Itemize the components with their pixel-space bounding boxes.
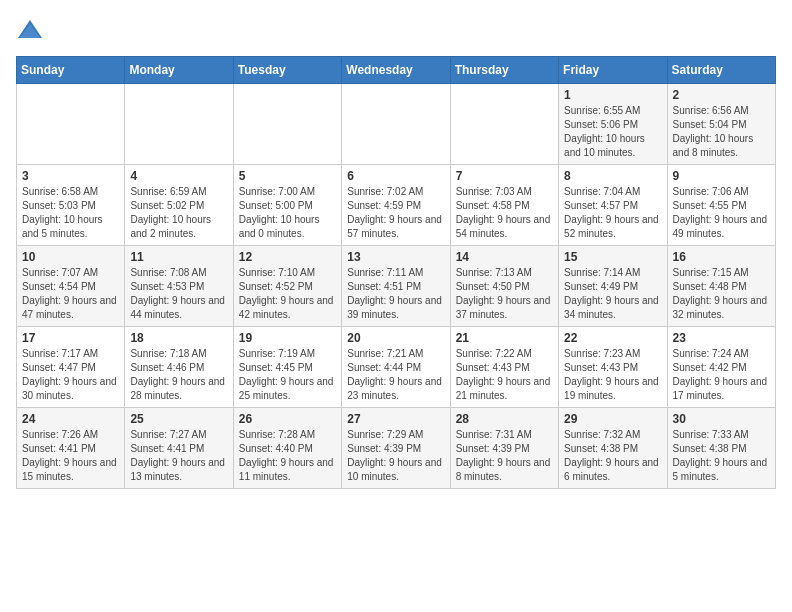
day-number: 10 bbox=[22, 250, 119, 264]
day-info: Sunrise: 7:03 AM Sunset: 4:58 PM Dayligh… bbox=[456, 186, 551, 239]
day-header: Monday bbox=[125, 57, 233, 84]
day-header: Thursday bbox=[450, 57, 558, 84]
day-number: 2 bbox=[673, 88, 770, 102]
calendar-cell: 9Sunrise: 7:06 AM Sunset: 4:55 PM Daylig… bbox=[667, 165, 775, 246]
day-header: Saturday bbox=[667, 57, 775, 84]
day-info: Sunrise: 7:27 AM Sunset: 4:41 PM Dayligh… bbox=[130, 429, 225, 482]
day-number: 25 bbox=[130, 412, 227, 426]
calendar-cell: 7Sunrise: 7:03 AM Sunset: 4:58 PM Daylig… bbox=[450, 165, 558, 246]
calendar-cell: 13Sunrise: 7:11 AM Sunset: 4:51 PM Dayli… bbox=[342, 246, 450, 327]
day-info: Sunrise: 7:15 AM Sunset: 4:48 PM Dayligh… bbox=[673, 267, 768, 320]
day-number: 16 bbox=[673, 250, 770, 264]
calendar-cell: 6Sunrise: 7:02 AM Sunset: 4:59 PM Daylig… bbox=[342, 165, 450, 246]
day-info: Sunrise: 7:28 AM Sunset: 4:40 PM Dayligh… bbox=[239, 429, 334, 482]
day-info: Sunrise: 7:04 AM Sunset: 4:57 PM Dayligh… bbox=[564, 186, 659, 239]
day-info: Sunrise: 7:10 AM Sunset: 4:52 PM Dayligh… bbox=[239, 267, 334, 320]
day-header: Wednesday bbox=[342, 57, 450, 84]
calendar-cell bbox=[342, 84, 450, 165]
day-info: Sunrise: 7:22 AM Sunset: 4:43 PM Dayligh… bbox=[456, 348, 551, 401]
day-number: 4 bbox=[130, 169, 227, 183]
day-number: 17 bbox=[22, 331, 119, 345]
calendar-cell: 17Sunrise: 7:17 AM Sunset: 4:47 PM Dayli… bbox=[17, 327, 125, 408]
day-info: Sunrise: 7:24 AM Sunset: 4:42 PM Dayligh… bbox=[673, 348, 768, 401]
day-info: Sunrise: 7:33 AM Sunset: 4:38 PM Dayligh… bbox=[673, 429, 768, 482]
calendar-cell: 19Sunrise: 7:19 AM Sunset: 4:45 PM Dayli… bbox=[233, 327, 341, 408]
day-number: 22 bbox=[564, 331, 661, 345]
calendar-week-row: 10Sunrise: 7:07 AM Sunset: 4:54 PM Dayli… bbox=[17, 246, 776, 327]
calendar-cell: 14Sunrise: 7:13 AM Sunset: 4:50 PM Dayli… bbox=[450, 246, 558, 327]
day-info: Sunrise: 7:08 AM Sunset: 4:53 PM Dayligh… bbox=[130, 267, 225, 320]
day-number: 9 bbox=[673, 169, 770, 183]
day-info: Sunrise: 6:58 AM Sunset: 5:03 PM Dayligh… bbox=[22, 186, 103, 239]
calendar-table: SundayMondayTuesdayWednesdayThursdayFrid… bbox=[16, 56, 776, 489]
calendar-cell: 21Sunrise: 7:22 AM Sunset: 4:43 PM Dayli… bbox=[450, 327, 558, 408]
day-number: 8 bbox=[564, 169, 661, 183]
calendar-cell: 11Sunrise: 7:08 AM Sunset: 4:53 PM Dayli… bbox=[125, 246, 233, 327]
calendar-cell: 25Sunrise: 7:27 AM Sunset: 4:41 PM Dayli… bbox=[125, 408, 233, 489]
day-number: 20 bbox=[347, 331, 444, 345]
calendar-cell: 1Sunrise: 6:55 AM Sunset: 5:06 PM Daylig… bbox=[559, 84, 667, 165]
day-header: Tuesday bbox=[233, 57, 341, 84]
calendar-cell: 28Sunrise: 7:31 AM Sunset: 4:39 PM Dayli… bbox=[450, 408, 558, 489]
day-info: Sunrise: 7:23 AM Sunset: 4:43 PM Dayligh… bbox=[564, 348, 659, 401]
day-number: 29 bbox=[564, 412, 661, 426]
day-number: 14 bbox=[456, 250, 553, 264]
day-number: 13 bbox=[347, 250, 444, 264]
day-info: Sunrise: 7:18 AM Sunset: 4:46 PM Dayligh… bbox=[130, 348, 225, 401]
day-info: Sunrise: 7:17 AM Sunset: 4:47 PM Dayligh… bbox=[22, 348, 117, 401]
calendar-cell: 8Sunrise: 7:04 AM Sunset: 4:57 PM Daylig… bbox=[559, 165, 667, 246]
calendar-cell bbox=[450, 84, 558, 165]
calendar-week-row: 17Sunrise: 7:17 AM Sunset: 4:47 PM Dayli… bbox=[17, 327, 776, 408]
calendar-cell: 29Sunrise: 7:32 AM Sunset: 4:38 PM Dayli… bbox=[559, 408, 667, 489]
day-info: Sunrise: 7:26 AM Sunset: 4:41 PM Dayligh… bbox=[22, 429, 117, 482]
day-info: Sunrise: 6:59 AM Sunset: 5:02 PM Dayligh… bbox=[130, 186, 211, 239]
day-header: Friday bbox=[559, 57, 667, 84]
day-info: Sunrise: 7:32 AM Sunset: 4:38 PM Dayligh… bbox=[564, 429, 659, 482]
calendar-cell: 5Sunrise: 7:00 AM Sunset: 5:00 PM Daylig… bbox=[233, 165, 341, 246]
day-number: 12 bbox=[239, 250, 336, 264]
calendar-cell: 3Sunrise: 6:58 AM Sunset: 5:03 PM Daylig… bbox=[17, 165, 125, 246]
day-number: 18 bbox=[130, 331, 227, 345]
logo-icon bbox=[16, 16, 44, 44]
calendar-week-row: 1Sunrise: 6:55 AM Sunset: 5:06 PM Daylig… bbox=[17, 84, 776, 165]
calendar-cell: 20Sunrise: 7:21 AM Sunset: 4:44 PM Dayli… bbox=[342, 327, 450, 408]
day-info: Sunrise: 7:02 AM Sunset: 4:59 PM Dayligh… bbox=[347, 186, 442, 239]
calendar-cell: 12Sunrise: 7:10 AM Sunset: 4:52 PM Dayli… bbox=[233, 246, 341, 327]
day-number: 15 bbox=[564, 250, 661, 264]
calendar-cell: 16Sunrise: 7:15 AM Sunset: 4:48 PM Dayli… bbox=[667, 246, 775, 327]
calendar-cell: 18Sunrise: 7:18 AM Sunset: 4:46 PM Dayli… bbox=[125, 327, 233, 408]
calendar-cell bbox=[17, 84, 125, 165]
calendar-cell: 10Sunrise: 7:07 AM Sunset: 4:54 PM Dayli… bbox=[17, 246, 125, 327]
day-number: 26 bbox=[239, 412, 336, 426]
day-number: 3 bbox=[22, 169, 119, 183]
day-info: Sunrise: 7:21 AM Sunset: 4:44 PM Dayligh… bbox=[347, 348, 442, 401]
calendar-week-row: 3Sunrise: 6:58 AM Sunset: 5:03 PM Daylig… bbox=[17, 165, 776, 246]
calendar-cell: 15Sunrise: 7:14 AM Sunset: 4:49 PM Dayli… bbox=[559, 246, 667, 327]
calendar-body: 1Sunrise: 6:55 AM Sunset: 5:06 PM Daylig… bbox=[17, 84, 776, 489]
calendar-header-row: SundayMondayTuesdayWednesdayThursdayFrid… bbox=[17, 57, 776, 84]
calendar-cell: 4Sunrise: 6:59 AM Sunset: 5:02 PM Daylig… bbox=[125, 165, 233, 246]
day-info: Sunrise: 7:19 AM Sunset: 4:45 PM Dayligh… bbox=[239, 348, 334, 401]
day-number: 5 bbox=[239, 169, 336, 183]
day-info: Sunrise: 7:29 AM Sunset: 4:39 PM Dayligh… bbox=[347, 429, 442, 482]
day-number: 30 bbox=[673, 412, 770, 426]
day-info: Sunrise: 7:13 AM Sunset: 4:50 PM Dayligh… bbox=[456, 267, 551, 320]
calendar-week-row: 24Sunrise: 7:26 AM Sunset: 4:41 PM Dayli… bbox=[17, 408, 776, 489]
logo bbox=[16, 16, 48, 44]
day-number: 7 bbox=[456, 169, 553, 183]
day-info: Sunrise: 7:00 AM Sunset: 5:00 PM Dayligh… bbox=[239, 186, 320, 239]
day-number: 28 bbox=[456, 412, 553, 426]
day-info: Sunrise: 7:31 AM Sunset: 4:39 PM Dayligh… bbox=[456, 429, 551, 482]
day-header: Sunday bbox=[17, 57, 125, 84]
day-info: Sunrise: 6:56 AM Sunset: 5:04 PM Dayligh… bbox=[673, 105, 754, 158]
day-number: 23 bbox=[673, 331, 770, 345]
day-info: Sunrise: 7:14 AM Sunset: 4:49 PM Dayligh… bbox=[564, 267, 659, 320]
day-number: 1 bbox=[564, 88, 661, 102]
calendar-cell: 26Sunrise: 7:28 AM Sunset: 4:40 PM Dayli… bbox=[233, 408, 341, 489]
day-number: 24 bbox=[22, 412, 119, 426]
day-info: Sunrise: 7:06 AM Sunset: 4:55 PM Dayligh… bbox=[673, 186, 768, 239]
day-number: 27 bbox=[347, 412, 444, 426]
day-info: Sunrise: 7:07 AM Sunset: 4:54 PM Dayligh… bbox=[22, 267, 117, 320]
header bbox=[16, 16, 776, 44]
calendar-cell: 22Sunrise: 7:23 AM Sunset: 4:43 PM Dayli… bbox=[559, 327, 667, 408]
